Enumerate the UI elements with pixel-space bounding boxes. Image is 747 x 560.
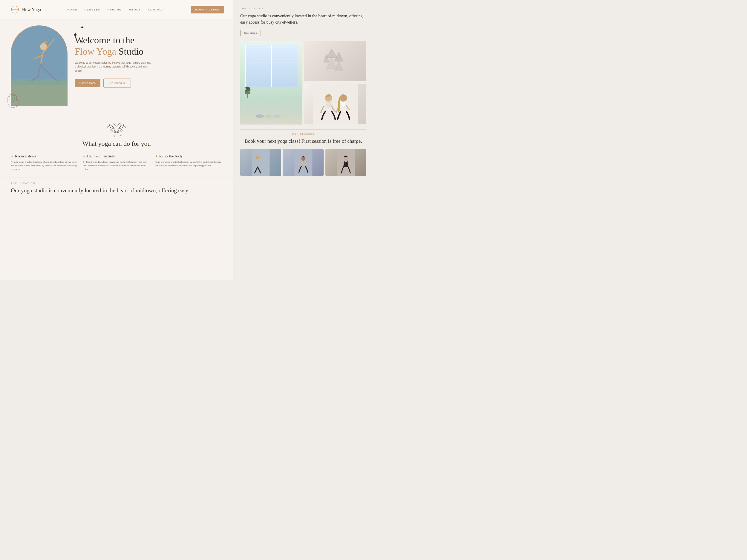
nav-book-button[interactable]: Book a class <box>191 6 224 14</box>
hero-text-block: Welcome to the Flow Yoga Studio Welcome … <box>75 25 224 87</box>
classes-title: Book your next yoga class! First session… <box>240 138 366 145</box>
photo-grid <box>240 41 366 125</box>
svg-point-27 <box>12 96 12 96</box>
class-photo-2 <box>283 149 324 176</box>
benefit-stress-title: ✦ Reduce stress <box>11 154 78 159</box>
diamond-icon-3: ✦ <box>155 154 158 158</box>
svg-point-26 <box>9 97 10 97</box>
nav-links: HOME CLASSES PRICING ABOUT CONTACT <box>68 8 164 11</box>
hamsa-icon <box>6 92 20 109</box>
benefit-stress: ✦ Reduce stress Regular yoga practice ha… <box>11 154 83 171</box>
lotus-section: ✦ ✦ ✦ What yoga can do for you <box>0 112 233 154</box>
logo-text: Flow Yoga <box>22 7 41 12</box>
svg-text:✦: ✦ <box>118 136 119 137</box>
nav-contact[interactable]: CONTACT <box>148 8 164 11</box>
hero-subtitle: Welcome to our yoga studio! We believe t… <box>75 61 152 73</box>
classes-label: OUR CLASSES <box>240 133 366 135</box>
classes-section: OUR CLASSES Book your next yoga class! F… <box>240 129 366 180</box>
see-prices-button[interactable]: See prices <box>240 30 261 36</box>
hero-title-accent: Flow Yoga <box>75 46 116 57</box>
lotus-icon: ✦ ✦ ✦ <box>105 116 128 137</box>
location-label-left: THE LOCATION <box>11 182 227 185</box>
svg-rect-46 <box>252 149 269 176</box>
svg-marker-38 <box>326 49 337 58</box>
benefit-anxiety: ✦ Help with anxiety By focusing on breat… <box>83 154 155 171</box>
benefits-section: ✦ Reduce stress Regular yoga practice ha… <box>0 154 233 177</box>
svg-point-29 <box>14 96 15 96</box>
diamond-icon-1: ✦ <box>11 154 14 158</box>
benefit-relax-title: ✦ Relax the body <box>155 154 222 159</box>
crystals-photo <box>304 41 366 81</box>
nav-about[interactable]: ABOUT <box>129 8 141 11</box>
nav-pricing[interactable]: PRICING <box>108 8 122 11</box>
left-panel: Flow Yoga HOME CLASSES PRICING ABOUT CON… <box>0 0 233 280</box>
svg-point-30 <box>16 97 17 97</box>
logo-icon <box>11 5 19 14</box>
right-location-text: Our yoga studio is conveniently located … <box>240 13 366 25</box>
benefit-anxiety-title: ✦ Help with anxiety <box>83 154 150 159</box>
right-panel: THE LOCATION Our yoga studio is convenie… <box>233 0 374 280</box>
svg-point-47 <box>256 156 259 159</box>
hero-title: Welcome to the Flow Yoga Studio <box>75 34 224 57</box>
women-yoga-photo <box>304 84 366 124</box>
hero-buttons: Book a class See schedule <box>75 79 224 87</box>
navbar: Flow Yoga HOME CLASSES PRICING ABOUT CON… <box>0 0 233 20</box>
svg-point-8 <box>15 9 15 10</box>
classes-photos <box>240 149 366 176</box>
hero-section: ✦ ✦ ✦ Welcome to the Flow Yoga Studio We… <box>0 20 233 112</box>
diamond-icon-2: ✦ <box>83 154 85 158</box>
nav-home[interactable]: HOME <box>68 8 77 11</box>
location-section-left: THE LOCATION Our yoga studio is convenie… <box>0 177 233 199</box>
location-title-left: Our yoga studio is conveniently located … <box>11 187 227 194</box>
hero-image-container: ✦ ✦ ✦ <box>11 25 68 106</box>
svg-text:✦: ✦ <box>113 135 115 137</box>
svg-text:✦: ✦ <box>120 135 122 136</box>
studio-photo-large <box>240 41 302 125</box>
hero-book-button[interactable]: Book a class <box>75 79 100 87</box>
section-title: What yoga can do for you <box>6 140 227 148</box>
benefit-anxiety-text: By focusing on breathing, movement and m… <box>83 160 150 171</box>
svg-point-28 <box>13 95 14 96</box>
nav-classes[interactable]: CLASSES <box>84 8 100 11</box>
benefit-relax-text: Yoga promotes physical relaxation by str… <box>155 160 222 167</box>
hero-schedule-button[interactable]: See schedule <box>103 79 131 87</box>
benefit-relax: ✦ Relax the body Yoga promotes physical … <box>155 154 227 171</box>
class-photo-1 <box>240 149 281 176</box>
benefit-stress-text: Regular yoga practice has been shown to … <box>11 160 78 171</box>
logo-area: Flow Yoga <box>11 5 41 14</box>
right-location-label: THE LOCATION <box>240 7 366 10</box>
class-photo-3 <box>326 149 366 176</box>
